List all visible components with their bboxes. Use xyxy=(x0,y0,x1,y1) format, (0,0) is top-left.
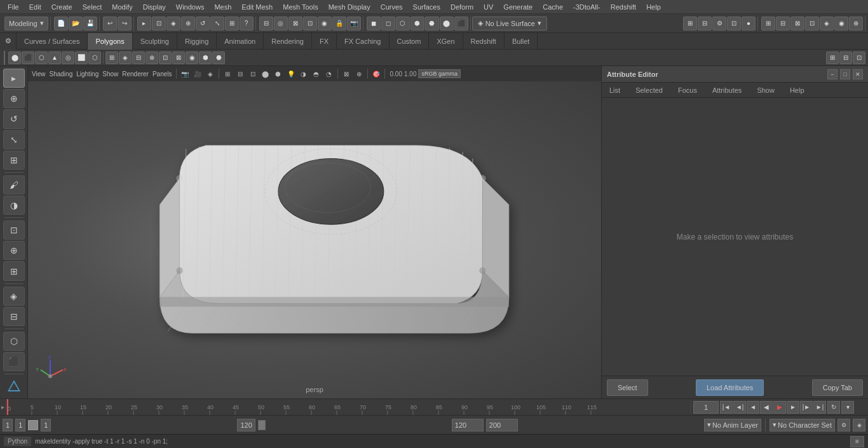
render5-btn[interactable]: ⬣ xyxy=(425,17,439,31)
fill-btn[interactable]: ⬢ xyxy=(199,51,212,64)
vp-gate-btn[interactable]: ⊕ xyxy=(353,68,365,79)
menu-edit[interactable]: Edit xyxy=(24,2,46,12)
anim-end2-field[interactable]: 200 xyxy=(486,419,518,431)
menu-edit-mesh[interactable]: Edit Mesh xyxy=(236,2,278,12)
scale-btn[interactable]: ⤡ xyxy=(210,17,224,31)
vp-cam-track-btn[interactable]: 🎯 xyxy=(370,68,382,79)
menu-modify[interactable]: Modify xyxy=(107,2,137,12)
menu-file[interactable]: File xyxy=(3,2,24,12)
mirror-btn[interactable]: ⬣ xyxy=(212,51,225,64)
attr-select-btn[interactable]: Select xyxy=(607,379,648,396)
tab-custom[interactable]: Custom xyxy=(390,33,430,50)
vp-layout2[interactable]: ⊟ xyxy=(839,51,852,64)
lasso-btn[interactable]: ⊡ xyxy=(152,17,166,31)
icon-cyl-btn[interactable]: ⬡ xyxy=(35,51,48,64)
redo-btn[interactable]: ↪ xyxy=(118,17,132,31)
vp-hud-btn[interactable]: ⊠ xyxy=(341,68,352,79)
goto-end-btn[interactable]: ►| xyxy=(813,401,826,414)
vp-menu-shading[interactable]: Shading xyxy=(48,68,74,79)
sel-constraint-btn[interactable]: ⬡ xyxy=(3,332,25,351)
char-set-btn2[interactable]: ◈ xyxy=(853,419,865,431)
loop-btn[interactable]: ◉ xyxy=(186,51,198,64)
rs-btn4[interactable]: ⊡ xyxy=(805,17,819,31)
render4-btn[interactable]: ⬢ xyxy=(410,17,424,31)
next-key-btn[interactable]: |► xyxy=(800,401,813,414)
vp-textured-btn[interactable]: ⬢ xyxy=(273,68,284,79)
snap-view-btn[interactable]: ⊡ xyxy=(303,17,317,31)
render-btn[interactable]: ◼ xyxy=(367,17,381,31)
vp-menu-panels[interactable]: Panels xyxy=(151,68,173,79)
attr-minimize-btn[interactable]: − xyxy=(827,69,837,79)
attr-load-btn[interactable]: Load Attributes xyxy=(696,379,764,396)
snap-point-btn[interactable]: ⊠ xyxy=(288,17,302,31)
python-label[interactable]: Python xyxy=(4,437,31,446)
vp-menu-show[interactable]: Show xyxy=(101,68,119,79)
icon-extra-btn[interactable]: ⬡ xyxy=(88,51,101,64)
icon-torus-btn[interactable]: ◎ xyxy=(62,51,74,64)
rs-btn6[interactable]: ◉ xyxy=(834,17,848,31)
menu-surfaces[interactable]: Surfaces xyxy=(408,2,445,12)
menu-create[interactable]: Create xyxy=(46,2,78,12)
menu-uv[interactable]: UV xyxy=(478,2,498,12)
render3-btn[interactable]: ⬡ xyxy=(396,17,410,31)
vp-menu-lighting[interactable]: Lighting xyxy=(75,68,100,79)
workspace-dropdown[interactable]: Modeling ▾ xyxy=(4,17,48,31)
menu-curves[interactable]: Curves xyxy=(376,2,408,12)
tab-rigging[interactable]: Rigging xyxy=(177,33,217,50)
vp-color-mode[interactable]: sRGB gamma xyxy=(418,69,461,78)
vp-ao-btn[interactable]: ◓ xyxy=(311,68,322,79)
merge-btn[interactable]: ⊕ xyxy=(146,51,158,64)
tab-polygons[interactable]: Polygons xyxy=(88,33,132,50)
move-btn[interactable]: ⊕ xyxy=(181,17,195,31)
attr-tab-list[interactable]: List xyxy=(602,83,628,98)
menu-cache[interactable]: Cache xyxy=(538,2,568,12)
play-fwd-btn[interactable]: ▶ xyxy=(773,401,786,414)
attr-tab-show[interactable]: Show xyxy=(749,83,782,98)
select-tool-btn[interactable]: ▸ xyxy=(3,69,25,88)
vp-cam-btn2[interactable]: 🎥 xyxy=(192,68,203,79)
frame-start-field[interactable]: 1 xyxy=(3,419,13,431)
undo-btn[interactable]: ↩ xyxy=(103,17,117,31)
rotate-btn[interactable]: ↺ xyxy=(196,17,210,31)
save-file-btn[interactable]: 💾 xyxy=(83,17,97,31)
menu-deform[interactable]: Deform xyxy=(445,2,478,12)
connect-btn[interactable]: ⊠ xyxy=(172,51,185,64)
tab-bullet[interactable]: Bullet xyxy=(505,33,538,50)
display-btn[interactable]: ⊞ xyxy=(683,17,697,31)
anim-layer-dropdown[interactable]: ▾ No Anim Layer xyxy=(704,419,761,431)
select-btn[interactable]: ▸ xyxy=(137,17,151,31)
loop-btn2[interactable]: ↻ xyxy=(827,401,840,414)
lock-btn[interactable]: 🔒 xyxy=(332,17,346,31)
rs-btn2[interactable]: ⊟ xyxy=(776,17,790,31)
vp-wire-btn[interactable]: ⊡ xyxy=(247,68,259,79)
render7-btn[interactable]: ⬛ xyxy=(454,17,468,31)
attr-maximize-btn[interactable]: □ xyxy=(840,69,850,79)
vp-layout1[interactable]: ⊞ xyxy=(826,51,839,64)
vp-menu-view[interactable]: View xyxy=(31,68,47,79)
tab-redshift[interactable]: Redshift xyxy=(463,33,505,50)
tab-settings-icon[interactable]: ⚙ xyxy=(0,33,17,50)
tab-xgen[interactable]: XGen xyxy=(429,33,463,50)
new-file-btn[interactable]: 📄 xyxy=(54,17,68,31)
poly-btn[interactable]: ⬛ xyxy=(3,352,25,371)
play-back-btn[interactable]: ◀ xyxy=(760,401,773,414)
goto-start-btn[interactable]: |◄ xyxy=(720,401,733,414)
menu-mesh-tools[interactable]: Mesh Tools xyxy=(278,2,323,12)
attr-tab-attributes[interactable]: Attributes xyxy=(705,83,749,98)
show-sel-btn[interactable]: ⊡ xyxy=(3,221,25,240)
render6-btn[interactable]: ⬤ xyxy=(440,17,454,31)
tab-curves-surfaces[interactable]: Curves / Surfaces xyxy=(17,33,88,50)
icon-plane-btn[interactable]: ⬜ xyxy=(75,51,88,64)
pivot-btn[interactable]: ⊟ xyxy=(3,307,25,326)
vp-menu-renderer[interactable]: Renderer xyxy=(121,68,150,79)
sym-btn[interactable]: ⊞ xyxy=(3,261,25,280)
current-frame-field[interactable]: 1 xyxy=(15,419,25,431)
tab-fx-caching[interactable]: FX Caching xyxy=(337,33,389,50)
rs-btn3[interactable]: ⊠ xyxy=(790,17,804,31)
view-settings-btn[interactable]: ⊡ xyxy=(727,17,741,31)
char-set-dropdown[interactable]: ▾ No Character Set xyxy=(770,419,835,431)
playback-options-btn[interactable]: ▾ xyxy=(841,401,854,414)
tab-animation[interactable]: Animation xyxy=(217,33,264,50)
scale-tool-btn[interactable]: ⤡ xyxy=(3,130,25,149)
prev-key-btn[interactable]: ◄| xyxy=(733,401,746,414)
